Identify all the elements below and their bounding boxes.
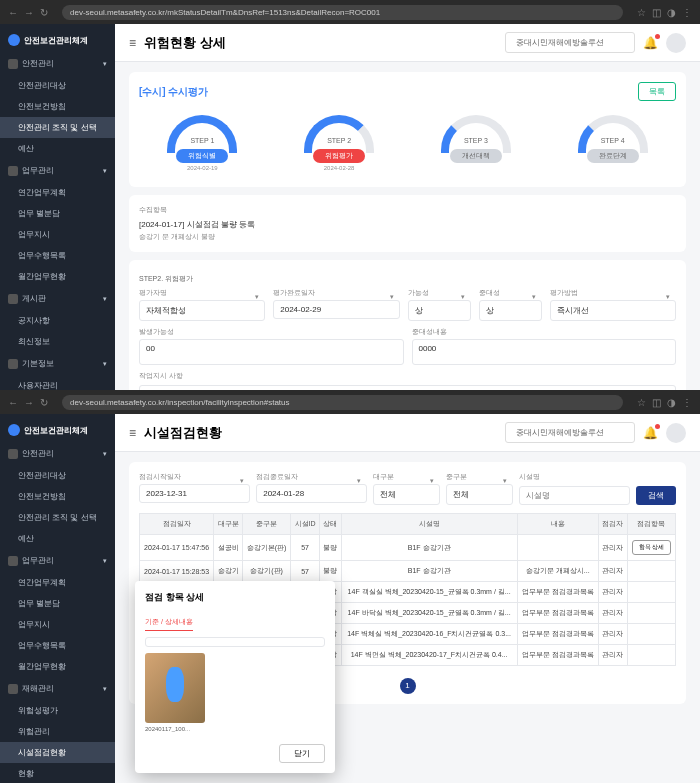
severity-textarea[interactable]: 0000 [412,339,677,365]
sidebar-item[interactable]: 월간업무현황 [0,656,115,677]
avatar[interactable] [666,423,686,443]
step-4: STEP 4 완료단계 [578,115,648,171]
sidebar-item[interactable]: 안전관리 조직 및 선택 [0,507,115,528]
sidebar-section-safety[interactable]: 안전관리▾ [0,442,115,465]
minor-select[interactable]: 전체 [446,484,513,505]
sidebar-item[interactable]: 업무수행목록 [0,245,115,266]
reload-icon[interactable]: ↻ [40,7,48,18]
extension-icon[interactable]: ◫ [652,7,661,18]
forward-icon[interactable]: → [24,397,34,408]
eval-date-input[interactable]: 2024-02-29 [273,300,399,319]
table-cell: 관리자 [598,645,627,666]
sidebar-item[interactable]: 예산 [0,528,115,549]
eval-tag: [수시] 수시평가 [139,85,208,99]
thumbnail-image[interactable] [145,653,205,723]
hamburger-icon[interactable]: ≡ [129,36,136,50]
evaluator-select[interactable]: 자체적합성 [139,300,265,321]
sidebar-item[interactable]: 안전보건방침 [0,96,115,117]
extension-icon[interactable]: ◫ [652,397,661,408]
sidebar-item[interactable]: 연간업무계획 [0,182,115,203]
browser-chrome: ← → ↻ dev-seoul.metasafety.co.kr/mkStatu… [0,0,700,24]
sidebar-section-work[interactable]: 업무관리▾ [0,159,115,182]
sidebar-section-board[interactable]: 게시판▾ [0,287,115,310]
sidebar-item[interactable]: 안전관리대상 [0,465,115,486]
task-instruction-input[interactable] [139,385,676,390]
back-icon[interactable]: ← [8,397,18,408]
profile-icon[interactable]: ◑ [667,397,676,408]
bell-icon[interactable]: 🔔 [643,426,658,440]
facility-name-input[interactable] [519,486,630,505]
major-select[interactable]: 전체 [373,484,440,505]
date-from-input[interactable]: 2023-12-31 [139,484,250,503]
topbar: ≡ 시설점검현황 중대시민재해예방솔루션 🔔 [115,414,700,452]
sidebar-item[interactable]: 업무지시 [0,224,115,245]
table-cell: 14F 객실실 벽체_20230420-15_균열폭 0.3mm / 길... [341,582,517,603]
sidebar-item[interactable]: 연간업무계획 [0,572,115,593]
table-header: 중구분 [243,514,291,535]
sidebar-item[interactable]: 업무지시 [0,614,115,635]
sidebar-item[interactable]: 최신정보 [0,331,115,352]
table-cell [627,645,675,666]
detail-button[interactable]: 항목 상세 [632,540,672,555]
company-selector[interactable]: 중대시민재해예방솔루션 [505,32,635,53]
kebab-icon[interactable]: ⋮ [682,397,692,408]
logo-icon [8,34,20,46]
date-to-input[interactable]: 2024-01-28 [256,484,367,503]
back-icon[interactable]: ← [8,7,18,18]
sidebar-section-basic[interactable]: 기본정보▾ [0,352,115,375]
sidebar-item[interactable]: 위험관리 [0,721,115,742]
table-row[interactable]: 2024-01-17 15:28:53승강기승강기(판)57불량B1F 승강기관… [140,561,676,582]
forward-icon[interactable]: → [24,7,34,18]
s1-line1: [2024-01-17] 시설점검 불량 등록 [139,217,676,232]
method-select[interactable]: 즉시개선 [550,300,676,321]
sidebar-item[interactable]: 업무수행목록 [0,635,115,656]
table-row[interactable]: 2024-01-17 15:47:56설공비승강기본(판)57불량B1F 승강기… [140,535,676,561]
list-button[interactable]: 목록 [638,82,676,101]
star-icon[interactable]: ☆ [637,397,646,408]
avatar[interactable] [666,33,686,53]
possibility-select[interactable]: 상 [408,300,471,321]
modal-content-input[interactable] [145,637,325,647]
modal-tab[interactable]: 기준 / 상세내용 [145,617,193,631]
sidebar-item[interactable]: 월간업무현황 [0,266,115,287]
table-cell: 불량 [319,561,341,582]
sidebar-item[interactable]: 업무 별분담 [0,203,115,224]
kebab-icon[interactable]: ⋮ [682,7,692,18]
search-button[interactable]: 검색 [636,486,676,505]
url-bar[interactable]: dev-seoul.metasafety.co.kr/inspection/fa… [62,395,623,410]
table-header: 대구분 [214,514,243,535]
page-1[interactable]: 1 [400,678,416,694]
table-cell: 승강기 [214,561,243,582]
detail-modal: 점검 항목 상세 기준 / 상세내용 20240117_100... 닫기 [135,581,335,773]
star-icon[interactable]: ☆ [637,7,646,18]
sidebar-item[interactable]: 현황 [0,763,115,783]
sidebar-logo[interactable]: 안전보건관리체계 [0,418,115,442]
table-cell: 관리자 [598,561,627,582]
sidebar-section-work[interactable]: 업무관리▾ [0,549,115,572]
table-cell: 관리자 [598,624,627,645]
sidebar-section-disaster[interactable]: 재해관리▾ [0,677,115,700]
table-header: 점검자 [598,514,627,535]
bell-icon[interactable]: 🔔 [643,36,658,50]
company-selector[interactable]: 중대시민재해예방솔루션 [505,422,635,443]
sidebar-section-safety[interactable]: 안전관리▾ [0,52,115,75]
sidebar-item-active[interactable]: 안전관리 조직 및 선택 [0,117,115,138]
reload-icon[interactable]: ↻ [40,397,48,408]
possibility-textarea[interactable]: 00 [139,339,404,365]
sidebar-item[interactable]: 위험성평가 [0,700,115,721]
sidebar-item[interactable]: 예산 [0,138,115,159]
modal-close-button[interactable]: 닫기 [279,744,325,763]
hamburger-icon[interactable]: ≡ [129,426,136,440]
sidebar-item[interactable]: 공지사항 [0,310,115,331]
severity-select[interactable]: 상 [479,300,542,321]
profile-icon[interactable]: ◑ [667,7,676,18]
sidebar-item[interactable]: 안전관리대상 [0,75,115,96]
table-cell: 2024-01-17 15:47:56 [140,535,214,561]
sidebar-item[interactable]: 안전보건방침 [0,486,115,507]
url-bar[interactable]: dev-seoul.metasafety.co.kr/mkStatusDetai… [62,5,623,20]
sidebar-logo[interactable]: 안전보건관리체계 [0,28,115,52]
sidebar-item[interactable]: 업무 별분담 [0,593,115,614]
sidebar-item[interactable]: 사용자관리 [0,375,115,390]
sidebar-item-active[interactable]: 시설점검현황 [0,742,115,763]
table-header: 시설ID [291,514,320,535]
